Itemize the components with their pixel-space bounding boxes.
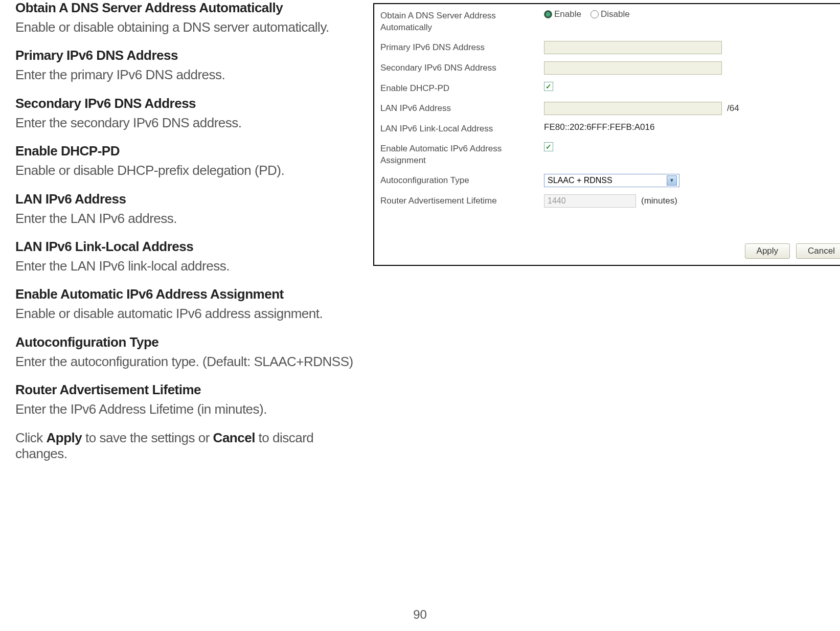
doc-heading: Router Advertisement Lifetime xyxy=(15,382,363,398)
autoconf-type-select[interactable]: SLAAC + RDNSS ▼ xyxy=(544,174,679,187)
cancel-button[interactable]: Cancel xyxy=(796,243,840,259)
chevron-down-icon: ▼ xyxy=(667,175,677,186)
label-linklocal: LAN IPv6 Link-Local Address xyxy=(380,122,544,135)
row-linklocal: LAN IPv6 Link-Local Address FE80::202:6F… xyxy=(380,122,840,135)
doc-final-line: Click Apply to save the settings or Canc… xyxy=(15,430,363,462)
row-primary-dns: Primary IPv6 DNS Address xyxy=(380,41,840,54)
radio-enable[interactable]: Enable xyxy=(544,9,581,19)
row-autoconf-type: Autoconfiguration Type SLAAC + RDNSS ▼ xyxy=(380,174,840,187)
radio-disable-input[interactable] xyxy=(591,10,599,18)
row-ra-lifetime: Router Advertisement Lifetime (minutes) xyxy=(380,194,840,208)
doc-final-cancel: Cancel xyxy=(213,430,255,445)
doc-heading: LAN IPv6 Address xyxy=(15,191,363,207)
doc-desc: Enter the primary IPv6 DNS address. xyxy=(15,65,363,84)
doc-desc: Enable or disable DHCP-prefix delegation… xyxy=(15,161,363,179)
apply-button[interactable]: Apply xyxy=(745,243,790,259)
doc-heading: Secondary IPv6 DNS Address xyxy=(15,96,363,111)
doc-final-mid: to save the settings or xyxy=(82,430,213,445)
row-lan-ipv6: LAN IPv6 Address /64 xyxy=(380,102,840,115)
doc-desc: Enable or disable obtaining a DNS server… xyxy=(15,18,363,36)
doc-heading: LAN IPv6 Link-Local Address xyxy=(15,239,363,255)
doc-desc: Enter the LAN IPv6 link-local address. xyxy=(15,257,363,275)
label-ra-lifetime: Router Advertisement Lifetime xyxy=(380,194,544,207)
auto-assign-checkbox[interactable]: ✓ xyxy=(544,142,553,151)
settings-panel: Obtain A DNS Server Address Automaticall… xyxy=(373,3,840,266)
doc-desc: Enable or disable automatic IPv6 address… xyxy=(15,304,363,323)
row-obtain-dns: Obtain A DNS Server Address Automaticall… xyxy=(380,9,840,34)
label-primary-dns: Primary IPv6 DNS Address xyxy=(380,41,544,54)
doc-final-pre: Click xyxy=(15,430,47,445)
doc-desc: Enter the autoconfiguration type. (Defau… xyxy=(15,352,363,371)
label-dhcp-pd: Enable DHCP-PD xyxy=(380,82,544,95)
row-secondary-dns: Secondary IPv6 DNS Address xyxy=(380,61,840,75)
doc-desc: Enter the IPv6 Address Lifetime (in minu… xyxy=(15,400,363,418)
doc-desc: Enter the LAN IPv6 address. xyxy=(15,209,363,228)
radio-enable-label: Enable xyxy=(554,9,581,19)
doc-item: Primary IPv6 DNS Address Enter the prima… xyxy=(15,48,363,84)
doc-item: Enable Automatic IPv6 Address Assignment… xyxy=(15,286,363,323)
doc-heading: Enable DHCP-PD xyxy=(15,143,363,159)
doc-final-apply: Apply xyxy=(47,430,82,445)
radio-enable-input[interactable] xyxy=(544,10,552,18)
secondary-dns-input[interactable] xyxy=(544,61,722,75)
label-obtain-dns: Obtain A DNS Server Address Automaticall… xyxy=(380,9,544,34)
documentation-column: Obtain A DNS Server Address Automaticall… xyxy=(15,0,363,462)
doc-heading: Enable Automatic IPv6 Address Assignment xyxy=(15,286,363,302)
radio-disable[interactable]: Disable xyxy=(591,9,630,19)
doc-heading: Obtain A DNS Server Address Automaticall… xyxy=(15,0,363,16)
radio-disable-label: Disable xyxy=(601,9,630,19)
label-lan-ipv6: LAN IPv6 Address xyxy=(380,102,544,115)
page-number: 90 xyxy=(413,607,427,622)
lan-ipv6-suffix: /64 xyxy=(727,103,739,114)
button-row: Apply Cancel xyxy=(380,243,840,259)
doc-heading: Autoconfiguration Type xyxy=(15,334,363,350)
doc-item: LAN IPv6 Link-Local Address Enter the LA… xyxy=(15,239,363,275)
label-auto-assign: Enable Automatic IPv6 Address Assignment xyxy=(380,142,544,167)
row-dhcp-pd: Enable DHCP-PD ✓ xyxy=(380,82,840,95)
row-auto-assign: Enable Automatic IPv6 Address Assignment… xyxy=(380,142,840,167)
doc-item: Router Advertisement Lifetime Enter the … xyxy=(15,382,363,418)
dhcp-pd-checkbox[interactable]: ✓ xyxy=(544,82,553,91)
linklocal-value: FE80::202:6FFF:FEFB:A016 xyxy=(544,122,654,132)
doc-heading: Primary IPv6 DNS Address xyxy=(15,48,363,63)
doc-item: LAN IPv6 Address Enter the LAN IPv6 addr… xyxy=(15,191,363,228)
ra-lifetime-unit: (minutes) xyxy=(641,196,677,206)
primary-dns-input[interactable] xyxy=(544,41,722,54)
doc-item: Obtain A DNS Server Address Automaticall… xyxy=(15,0,363,36)
doc-item: Autoconfiguration Type Enter the autocon… xyxy=(15,334,363,371)
doc-item: Secondary IPv6 DNS Address Enter the sec… xyxy=(15,96,363,132)
lan-ipv6-input[interactable] xyxy=(544,102,722,115)
label-secondary-dns: Secondary IPv6 DNS Address xyxy=(380,61,544,74)
doc-desc: Enter the secondary IPv6 DNS address. xyxy=(15,114,363,132)
doc-item: Enable DHCP-PD Enable or disable DHCP-pr… xyxy=(15,143,363,179)
autoconf-type-value: SLAAC + RDNSS xyxy=(548,176,612,185)
ra-lifetime-input[interactable] xyxy=(544,194,636,208)
label-autoconf-type: Autoconfiguration Type xyxy=(380,174,544,187)
